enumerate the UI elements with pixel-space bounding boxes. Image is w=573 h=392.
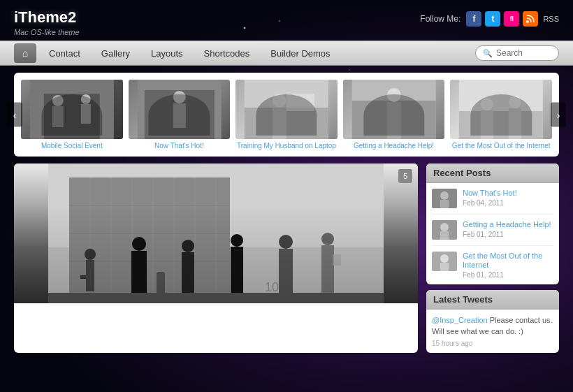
facebook-icon[interactable]: f bbox=[466, 11, 481, 27]
bottom-layout: 10 5 Recent Posts bbox=[14, 164, 559, 353]
twitter-icon[interactable]: t bbox=[485, 11, 500, 27]
rp-thumb-2 bbox=[432, 220, 457, 240]
svg-rect-1 bbox=[30, 80, 114, 139]
site-title: iTheme2 bbox=[14, 8, 80, 27]
rp-info-1: Now That's Hot! Feb 04, 2011 bbox=[463, 189, 517, 208]
nav-contact[interactable]: Contact bbox=[39, 45, 90, 62]
svg-rect-59 bbox=[440, 200, 449, 208]
svg-rect-21 bbox=[459, 111, 543, 139]
tweet-handle[interactable]: @Insp_Creation bbox=[432, 316, 488, 324]
svg-rect-8 bbox=[144, 90, 214, 139]
svg-rect-42 bbox=[86, 260, 94, 291]
svg-rect-12 bbox=[245, 108, 328, 139]
follow-label: Follow Me: bbox=[420, 14, 460, 24]
nav-gallery[interactable]: Gallery bbox=[92, 45, 140, 62]
svg-rect-10 bbox=[173, 103, 185, 128]
rp-date-2: Feb 01, 2011 bbox=[463, 231, 551, 238]
svg-rect-14 bbox=[273, 108, 286, 139]
slide-caption-4[interactable]: Getting a Headache Help! bbox=[343, 142, 445, 150]
svg-rect-27 bbox=[48, 164, 384, 247]
slide-image-3 bbox=[235, 80, 338, 139]
svg-rect-55 bbox=[157, 272, 165, 303]
main-post: 10 5 bbox=[14, 164, 418, 353]
rp-info-2: Getting a Headache Help! Feb 01, 2011 bbox=[463, 220, 551, 240]
rp-info-3: Get the Most Out of the Internet Feb 01,… bbox=[463, 252, 553, 279]
svg-rect-40 bbox=[48, 293, 384, 303]
site-branding: iTheme2 Mac OS-like theme bbox=[14, 8, 80, 36]
rp-date-3: Feb 01, 2011 bbox=[463, 271, 553, 279]
site-header: iTheme2 Mac OS-like theme Follow Me: f t… bbox=[0, 0, 573, 41]
slide-caption-3[interactable]: Training My Husband on Laptop bbox=[235, 142, 338, 150]
tweets-header: Latest Tweets bbox=[426, 290, 559, 310]
svg-point-9 bbox=[173, 91, 185, 103]
slider-next-button[interactable]: › bbox=[551, 103, 566, 127]
svg-rect-11 bbox=[245, 80, 328, 139]
svg-point-58 bbox=[440, 191, 449, 200]
svg-rect-17 bbox=[352, 101, 436, 139]
svg-rect-62 bbox=[440, 231, 449, 240]
svg-rect-7 bbox=[137, 80, 221, 139]
recent-posts-body: Now That's Hot! Feb 04, 2011 bbox=[426, 183, 559, 284]
svg-point-50 bbox=[279, 235, 293, 249]
rss-icon[interactable] bbox=[523, 11, 538, 27]
slide-2: Now That's Hot! bbox=[129, 80, 231, 150]
nav-shortcodes[interactable]: Shortcodes bbox=[194, 45, 260, 62]
svg-rect-51 bbox=[279, 249, 293, 293]
tweets-body: @Insp_Creation Please contact us. Will s… bbox=[426, 310, 559, 353]
rp-date-1: Feb 04, 2011 bbox=[463, 199, 517, 207]
rp-thumb-1 bbox=[432, 189, 457, 208]
slide-image-1 bbox=[21, 80, 123, 139]
flickr-icon[interactable]: fl bbox=[504, 11, 519, 27]
svg-point-64 bbox=[440, 254, 449, 263]
slide-5: Get the Most Out of the Internet bbox=[450, 80, 552, 150]
tweet-text: @Insp_Creation Please contact us. Will s… bbox=[432, 315, 553, 337]
svg-point-5 bbox=[81, 94, 91, 104]
rp-title-1[interactable]: Now That's Hot! bbox=[463, 189, 517, 198]
slide-image-2 bbox=[129, 80, 231, 139]
image-slider: ‹ Mobile Social Event bbox=[14, 73, 559, 157]
svg-rect-28 bbox=[69, 177, 230, 303]
svg-rect-49 bbox=[231, 247, 243, 293]
svg-rect-43 bbox=[80, 275, 86, 279]
search-box[interactable]: 🔍 bbox=[475, 45, 559, 61]
social-area: Follow Me: f t fl RSS bbox=[420, 8, 559, 27]
svg-rect-45 bbox=[131, 251, 147, 293]
svg-rect-25 bbox=[509, 108, 521, 139]
svg-point-48 bbox=[231, 234, 243, 247]
recent-post-3: Get the Most Out of the Internet Feb 01,… bbox=[432, 252, 553, 279]
svg-rect-2 bbox=[44, 94, 100, 139]
svg-point-22 bbox=[481, 98, 493, 110]
svg-rect-47 bbox=[182, 252, 194, 293]
slide-3: Training My Husband on Laptop bbox=[235, 80, 338, 150]
comment-badge: 5 bbox=[398, 169, 412, 183]
slide-1: Mobile Social Event bbox=[21, 80, 123, 150]
svg-point-18 bbox=[387, 88, 401, 102]
slider-images: Mobile Social Event Now That's Hot! bbox=[21, 80, 552, 150]
svg-point-13 bbox=[273, 94, 286, 108]
search-input[interactable] bbox=[496, 48, 552, 58]
svg-rect-53 bbox=[321, 245, 334, 293]
svg-rect-6 bbox=[81, 104, 91, 124]
svg-rect-4 bbox=[52, 106, 64, 127]
slide-caption-1[interactable]: Mobile Social Event bbox=[21, 142, 123, 150]
svg-text:10: 10 bbox=[265, 280, 279, 294]
rp-title-3[interactable]: Get the Most Out of the Internet bbox=[463, 252, 553, 270]
home-button[interactable]: ⌂ bbox=[14, 43, 36, 63]
slider-prev-button[interactable]: ‹ bbox=[7, 103, 22, 127]
recent-posts-widget: Recent Posts Now That's Hot! Feb bbox=[426, 164, 559, 284]
svg-point-46 bbox=[182, 240, 194, 252]
slide-image-5 bbox=[450, 80, 552, 139]
svg-rect-15 bbox=[286, 94, 314, 111]
rp-title-2[interactable]: Getting a Headache Help! bbox=[463, 220, 551, 229]
nav-builder-demos[interactable]: Builder Demos bbox=[261, 45, 340, 62]
svg-point-0 bbox=[526, 20, 529, 23]
slide-caption-2[interactable]: Now That's Hot! bbox=[129, 142, 231, 150]
site-tagline: Mac OS-like theme bbox=[14, 28, 80, 36]
post-image: 10 5 bbox=[14, 164, 418, 303]
svg-rect-20 bbox=[459, 80, 543, 139]
slide-caption-5[interactable]: Get the Most Out of the Internet bbox=[450, 142, 552, 150]
recent-post-2: Getting a Headache Help! Feb 01, 2011 bbox=[432, 220, 553, 246]
svg-point-52 bbox=[321, 233, 334, 245]
svg-rect-65 bbox=[440, 263, 449, 271]
nav-layouts[interactable]: Layouts bbox=[141, 45, 193, 62]
